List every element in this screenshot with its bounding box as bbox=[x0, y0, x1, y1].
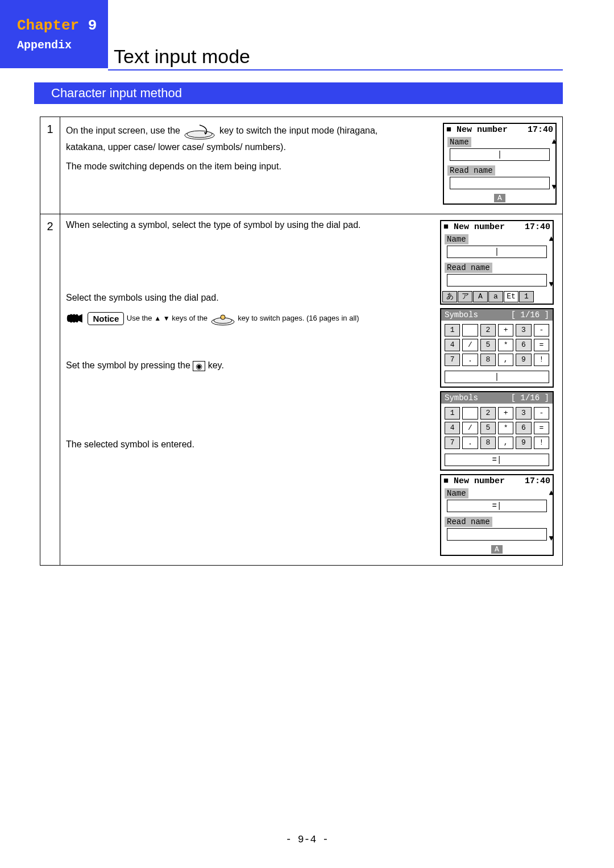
appendix-label: Appendix bbox=[17, 39, 99, 52]
symbols-grid: 1 2 + 3 - 4 / 5 * 6 = 7 bbox=[441, 321, 553, 369]
joystick-key-icon bbox=[182, 123, 217, 140]
notice-label: Notice bbox=[88, 312, 124, 325]
page-title: Text input mode bbox=[114, 45, 250, 68]
phone-title: New number bbox=[457, 125, 508, 135]
symbol-entry-cursor: | bbox=[445, 371, 549, 383]
symbol-entry-entered: =| bbox=[445, 454, 549, 466]
chapter-number: 9 bbox=[88, 17, 97, 34]
mode-tab: あ bbox=[442, 291, 457, 302]
step1-text-b: key to switch the input mode (hiragana, bbox=[219, 126, 377, 135]
mode-tab: A bbox=[473, 291, 488, 302]
symbols-page-indicator: [ 1/16 ] bbox=[511, 310, 549, 319]
scroll-down-icon: ▼ bbox=[549, 534, 554, 543]
scroll-down-icon: ▼ bbox=[549, 280, 554, 289]
mode-tab: ア bbox=[458, 291, 472, 302]
notice-box: Notice Use the ▲ ▼ keys of the key t bbox=[66, 312, 429, 326]
notice-text-a: Use the bbox=[127, 314, 152, 322]
phone-screen-1: ■ New number 17:40 ▲ Name | Read name ▼ … bbox=[443, 123, 557, 205]
name-field-value: | bbox=[450, 148, 550, 161]
phone-screen-3: ■ New number 17:40 ▲ Name =| Read name ▼ bbox=[440, 474, 554, 556]
notice-text-c: key to switch pages. (16 pages in all) bbox=[238, 314, 359, 322]
section-heading: Character input method bbox=[34, 82, 563, 104]
symbols-header-label: Symbols bbox=[445, 310, 478, 319]
notice-text-b: keys of the bbox=[172, 314, 208, 322]
step-2-content: When selecting a symbol, select the type… bbox=[60, 214, 563, 566]
input-mode-indicator: A bbox=[494, 194, 505, 202]
phone-time: 17:40 bbox=[528, 125, 553, 135]
scroll-down-icon: ▼ bbox=[552, 182, 557, 192]
symbols-panel-2: Symbols [ 1/16 ] 1 2 + 3 - 4 / 5 bbox=[440, 391, 554, 471]
readname-field-value bbox=[450, 177, 550, 189]
step2-p1: When selecting a symbol, select the type… bbox=[66, 220, 429, 230]
scroll-up-icon: ▲ bbox=[549, 488, 554, 497]
phone-screen-2: ■ New number 17:40 ▲ Name | Read name ▼ bbox=[440, 220, 554, 305]
readname-field-label: Read name bbox=[447, 165, 495, 176]
step2-p3a: Set the symbol by pressing the bbox=[66, 360, 190, 370]
chapter-word: Chapter bbox=[17, 17, 79, 34]
speaker-icon bbox=[66, 312, 85, 325]
joystick-key-icon bbox=[210, 312, 236, 326]
up-arrow-icon: ▲ bbox=[154, 314, 161, 322]
step2-p3b: key. bbox=[208, 360, 224, 370]
step2-p2: Select the symbols using the dial pad. bbox=[66, 293, 429, 303]
step2-p4: The selected symbol is entered. bbox=[66, 439, 429, 450]
steps-table: 1 On the input screen, use the key to sw… bbox=[40, 117, 563, 566]
chapter-header: Chapter 9 Appendix bbox=[0, 0, 108, 68]
page-number: - 9-4 - bbox=[0, 834, 614, 845]
input-mode-tabs: あ ア A a Et 1 bbox=[441, 290, 553, 304]
step1-text-c: katakana, upper case/ lower case/ symbol… bbox=[66, 142, 286, 152]
svg-point-1 bbox=[187, 131, 212, 138]
down-arrow-icon: ▼ bbox=[163, 314, 170, 322]
step-2-number: 2 bbox=[40, 214, 60, 566]
chapter-label: Chapter 9 bbox=[17, 17, 99, 34]
svg-point-5 bbox=[221, 315, 225, 319]
symbols-panel-1: Symbols [ 1/16 ] 1 2 + 3 - 4 / 5 bbox=[440, 308, 554, 388]
step1-text-d: The mode switching depends on the item b… bbox=[66, 161, 432, 172]
step-1-number: 1 bbox=[40, 117, 60, 214]
title-underline bbox=[108, 69, 563, 70]
mode-tab: 1 bbox=[519, 291, 534, 302]
step-1-content: On the input screen, use the key to swit… bbox=[60, 117, 563, 214]
scroll-up-icon: ▲ bbox=[552, 137, 557, 146]
scroll-up-icon: ▲ bbox=[549, 234, 554, 243]
step1-text-a: On the input screen, use the bbox=[66, 126, 180, 135]
center-key-icon: ◉ bbox=[193, 361, 205, 371]
name-field-label: Name bbox=[447, 137, 471, 147]
name-field-entered: =| bbox=[447, 500, 547, 512]
mode-tab: a bbox=[488, 291, 503, 302]
mode-tab-selected: Et bbox=[504, 291, 518, 302]
